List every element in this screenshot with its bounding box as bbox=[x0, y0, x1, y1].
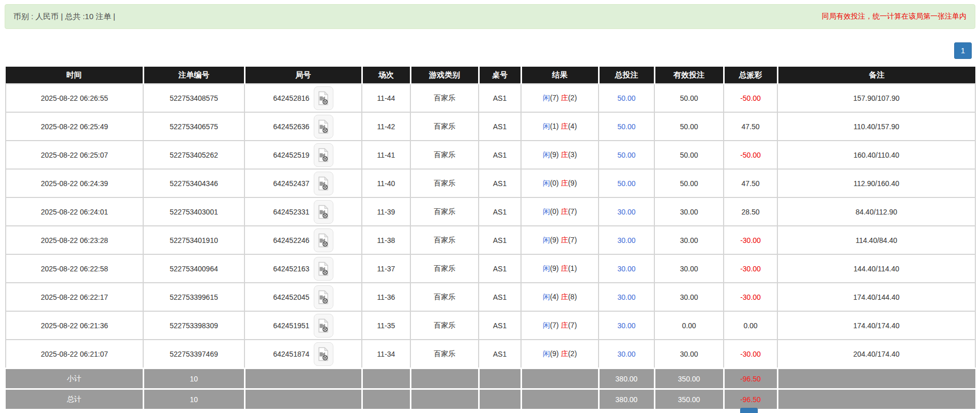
page-1-button[interactable]: 1 bbox=[954, 42, 972, 59]
result-cell: 闲(9) 庄(2) bbox=[521, 340, 599, 369]
payout: 47.50 bbox=[724, 169, 777, 197]
total-bet-link[interactable]: 30.00 bbox=[617, 236, 635, 244]
bet-time: 2025-08-22 06:22:17 bbox=[6, 283, 143, 311]
round-id: 642451951 bbox=[273, 322, 309, 330]
valid-bet: 30.00 bbox=[654, 226, 724, 254]
total-bet-cell: 30.00 bbox=[599, 197, 654, 226]
round-cell: 642452816 bbox=[244, 84, 362, 112]
video-file-icon bbox=[317, 148, 329, 162]
banker-result-score: (2) bbox=[568, 349, 577, 358]
video-replay-button[interactable] bbox=[314, 342, 333, 366]
total-bet-link[interactable]: 30.00 bbox=[617, 350, 635, 358]
round-cell: 642452636 bbox=[244, 112, 362, 141]
empty-cell bbox=[479, 369, 521, 389]
total-bet-link[interactable]: 30.00 bbox=[617, 265, 635, 273]
video-file-icon bbox=[317, 290, 329, 304]
valid-bet: 30.00 bbox=[654, 283, 724, 311]
total-bet-cell: 50.00 bbox=[599, 84, 654, 112]
video-replay-button[interactable] bbox=[314, 143, 333, 167]
player-result-score: (0) bbox=[550, 179, 559, 187]
banker-result-label: 庄 bbox=[561, 179, 568, 187]
payout: 28.50 bbox=[724, 197, 777, 226]
remark: 84.40/112.90 bbox=[777, 197, 975, 226]
banker-result-score: (4) bbox=[568, 122, 577, 130]
empty-cell bbox=[479, 389, 521, 410]
payout: -50.00 bbox=[724, 84, 777, 112]
table-row: 2025-08-22 06:26:55 522753408575 6424528… bbox=[6, 84, 975, 112]
video-replay-button[interactable] bbox=[314, 285, 333, 309]
total-bet-cell: 50.00 bbox=[599, 169, 654, 197]
banker-result-label: 庄 bbox=[561, 264, 568, 272]
bet-id: 522753404346 bbox=[143, 169, 244, 197]
table-row: 2025-08-22 06:25:07 522753405262 6424525… bbox=[6, 141, 975, 169]
banker-result-score: (9) bbox=[568, 179, 577, 187]
result-cell: 闲(7) 庄(7) bbox=[521, 311, 599, 340]
bet-id: 522753398309 bbox=[143, 311, 244, 340]
bet-records-page: 币别 : 人民币 | 总共 :10 注单 | 同局有效投注，统一计算在该局第一张… bbox=[0, 0, 980, 413]
payout: -50.00 bbox=[724, 141, 777, 169]
valid-bet: 30.00 bbox=[654, 197, 724, 226]
valid-bet: 30.00 bbox=[654, 340, 724, 369]
banker-result-score: (7) bbox=[568, 207, 577, 216]
bet-id: 522753401910 bbox=[143, 226, 244, 254]
session: 11-39 bbox=[362, 197, 410, 226]
video-replay-button[interactable] bbox=[314, 314, 333, 338]
round-id: 642452636 bbox=[273, 123, 309, 131]
page-1-button-bottom[interactable]: 1 bbox=[740, 408, 758, 413]
total-bet-link[interactable]: 50.00 bbox=[617, 151, 635, 159]
total-bet-link[interactable]: 30.00 bbox=[617, 322, 635, 330]
total-bet-link[interactable]: 50.00 bbox=[617, 179, 635, 188]
table-row: 2025-08-22 06:24:01 522753403001 6424523… bbox=[6, 197, 975, 226]
video-replay-button[interactable] bbox=[314, 200, 333, 224]
round-id: 642452163 bbox=[273, 265, 309, 273]
game-type: 百家乐 bbox=[410, 283, 479, 311]
table-number: AS1 bbox=[479, 112, 521, 141]
banker-result-label: 庄 bbox=[561, 94, 568, 102]
game-type: 百家乐 bbox=[410, 254, 479, 283]
total-bet-link[interactable]: 30.00 bbox=[617, 208, 635, 216]
video-replay-button[interactable] bbox=[314, 228, 333, 252]
col-header-table-no: 桌号 bbox=[479, 67, 521, 84]
summary-bar: 币别 : 人民币 | 总共 :10 注单 | 同局有效投注，统一计算在该局第一张… bbox=[5, 4, 975, 29]
round-id: 642451874 bbox=[273, 350, 309, 358]
video-file-icon bbox=[317, 91, 329, 105]
round-cell: 642452437 bbox=[244, 169, 362, 197]
round-cell: 642452163 bbox=[244, 254, 362, 283]
video-replay-button[interactable] bbox=[314, 115, 333, 139]
bet-time: 2025-08-22 06:22:58 bbox=[6, 254, 143, 283]
banker-result-score: (1) bbox=[568, 264, 577, 272]
total-bet-link[interactable]: 30.00 bbox=[617, 293, 635, 301]
video-replay-button[interactable] bbox=[314, 172, 333, 195]
video-replay-button[interactable] bbox=[314, 257, 333, 281]
total-bet-cell: 50.00 bbox=[599, 141, 654, 169]
col-header-bet-id: 注单编号 bbox=[143, 67, 244, 84]
bet-id: 522753405262 bbox=[143, 141, 244, 169]
game-type: 百家乐 bbox=[410, 141, 479, 169]
valid-bet: 50.00 bbox=[654, 84, 724, 112]
bet-time: 2025-08-22 06:24:39 bbox=[6, 169, 143, 197]
player-result-label: 闲 bbox=[543, 349, 550, 358]
player-result-score: (0) bbox=[550, 207, 559, 216]
banker-result-score: (2) bbox=[568, 94, 577, 102]
remark: 157.90/107.90 bbox=[777, 84, 975, 112]
total-bet-link[interactable]: 50.00 bbox=[617, 123, 635, 131]
table-number: AS1 bbox=[479, 283, 521, 311]
player-result-label: 闲 bbox=[543, 122, 550, 130]
banker-result-label: 庄 bbox=[561, 236, 568, 244]
total-total-bet: 380.00 bbox=[599, 389, 654, 410]
total-bet-link[interactable]: 50.00 bbox=[617, 94, 635, 102]
table-number: AS1 bbox=[479, 226, 521, 254]
session: 11-41 bbox=[362, 141, 410, 169]
round-cell: 642452246 bbox=[244, 226, 362, 254]
subtotal-label: 小计 bbox=[6, 369, 143, 389]
total-valid-bet: 350.00 bbox=[654, 389, 724, 410]
result-cell: 闲(9) 庄(1) bbox=[521, 254, 599, 283]
col-header-time: 时间 bbox=[6, 67, 143, 84]
total-bet-cell: 30.00 bbox=[599, 311, 654, 340]
round-id: 642452246 bbox=[273, 236, 309, 244]
total-bet-cell: 30.00 bbox=[599, 226, 654, 254]
banker-result-score: (8) bbox=[568, 293, 577, 301]
round-cell: 642452519 bbox=[244, 141, 362, 169]
video-replay-button[interactable] bbox=[314, 86, 333, 110]
bet-time: 2025-08-22 06:24:01 bbox=[6, 197, 143, 226]
